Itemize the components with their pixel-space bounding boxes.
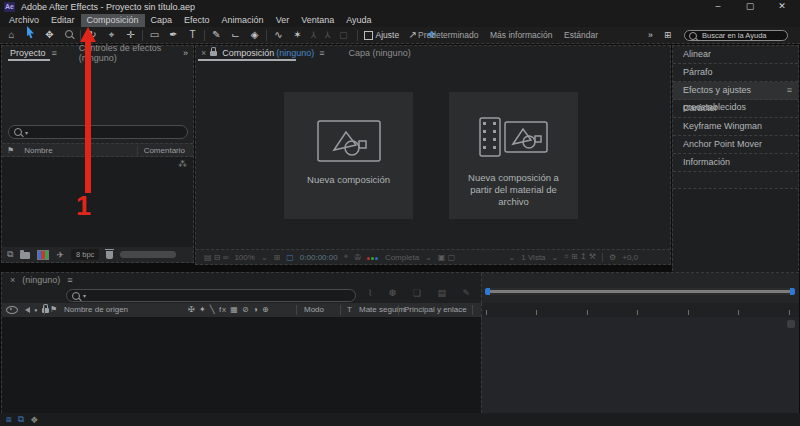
- column-header-comentario[interactable]: Comentario: [137, 146, 185, 155]
- expand-transfer-controls-toggle[interactable]: ⧉: [18, 414, 24, 425]
- snap-control[interactable]: Ajuste: [360, 30, 404, 40]
- snap-checkbox[interactable]: [364, 31, 373, 40]
- new-composition-from-footage-tile[interactable]: Nueva composición a partir del material …: [449, 92, 578, 219]
- view-layout-dropdown[interactable]: 1 Vista: [521, 253, 545, 262]
- tab-composicion-state[interactable]: (ninguno): [276, 48, 314, 58]
- panel-menu-icon[interactable]: ≡: [319, 48, 324, 58]
- puppet-pin-tool-button[interactable]: ✶: [288, 27, 307, 43]
- lock-icon[interactable]: [210, 51, 217, 56]
- pen-tool-button[interactable]: ✒: [164, 27, 183, 43]
- column-mode[interactable]: Modo: [304, 303, 324, 317]
- shape-tool-button[interactable]: ▭: [145, 27, 164, 43]
- brush-tool-button[interactable]: ✎: [207, 27, 226, 43]
- timeline-search-box[interactable]: ▾: [66, 289, 356, 302]
- workspace-tab-estandar[interactable]: Estándar: [564, 27, 598, 44]
- tab-proyecto[interactable]: Proyecto: [10, 48, 46, 58]
- sidebar-panel-parrafo[interactable]: Párrafo: [673, 64, 798, 82]
- interpret-footage-button[interactable]: ⧉: [7, 249, 13, 260]
- target-region-icons[interactable]: ▣ ▢: [438, 253, 455, 262]
- bit-depth-button[interactable]: 8 bpc: [71, 249, 99, 260]
- layer-switches-icons[interactable]: ✠ ✦ ╲ fx ▦ ⊘ ◑ ⊕: [188, 303, 270, 317]
- roto-brush-tool-button[interactable]: ∿: [269, 27, 288, 43]
- help-search-input[interactable]: [700, 30, 783, 41]
- tab-composicion[interactable]: Composición: [222, 48, 274, 58]
- exposure-gear-icon[interactable]: ⚙: [609, 253, 616, 262]
- expand-in-out-toggle[interactable]: ❖: [30, 415, 38, 425]
- sidebar-panel-anchor-point-mover[interactable]: Anchor Point Mover: [673, 136, 798, 154]
- lock-column-icon[interactable]: [42, 308, 49, 313]
- horizontal-scrollbar[interactable]: [120, 251, 176, 258]
- track-area[interactable]: [481, 317, 799, 413]
- workspace-overflow-icon[interactable]: »: [648, 27, 653, 44]
- sidebar-panel-alinear[interactable]: Alinear: [673, 46, 798, 64]
- project-search-input[interactable]: [31, 127, 182, 138]
- close-tab-icon[interactable]: ×: [201, 48, 206, 58]
- exposure-value[interactable]: +0,0: [622, 253, 638, 262]
- roi-icon[interactable]: ▢: [286, 253, 294, 262]
- zoom-tool-button[interactable]: [59, 27, 78, 43]
- menu-item-ver[interactable]: Ver: [270, 14, 296, 27]
- delete-button[interactable]: [106, 251, 113, 259]
- work-area-bar[interactable]: [485, 288, 795, 295]
- tab-capa[interactable]: Capa (ninguno): [349, 48, 411, 58]
- menu-item-animacion[interactable]: Animación: [216, 14, 270, 27]
- magnification-dropdown[interactable]: 100%: [234, 253, 254, 262]
- audio-icon[interactable]: [22, 307, 30, 313]
- column-t[interactable]: T: [347, 303, 352, 317]
- panel-menu-icon[interactable]: ≡: [67, 275, 72, 285]
- menu-item-ventana[interactable]: Ventana: [295, 14, 340, 27]
- menu-item-capa[interactable]: Capa: [145, 14, 179, 27]
- layer-list-area[interactable]: [2, 317, 481, 413]
- project-search-box[interactable]: ▾: [8, 125, 188, 139]
- menu-item-editar[interactable]: Editar: [45, 14, 81, 27]
- eye-icon[interactable]: [6, 306, 18, 314]
- workspace-tab-predeterminado[interactable]: Predeterminado: [418, 27, 478, 44]
- clone-stamp-tool-button[interactable]: ⌙: [226, 27, 245, 43]
- viewer-display-icons[interactable]: ▤ ⊟ ∞: [204, 253, 228, 262]
- work-area-middle[interactable]: [490, 288, 790, 295]
- project-settings-button[interactable]: ✈: [56, 250, 64, 260]
- camera-tool-button[interactable]: ⌖: [102, 27, 121, 43]
- column-parent-link[interactable]: Principal y enlace: [404, 303, 467, 317]
- new-composition-tile[interactable]: Nueva composición: [284, 92, 413, 219]
- timeline-tab-ninguno[interactable]: (ninguno): [22, 275, 60, 285]
- column-track-matte[interactable]: Mate seguim.: [359, 303, 407, 317]
- column-source-name[interactable]: Nombre de origen: [64, 303, 128, 317]
- time-ruler[interactable]: [481, 303, 799, 317]
- timeline-search-input[interactable]: [89, 290, 350, 301]
- close-tab-icon[interactable]: ×: [10, 275, 15, 285]
- sidebar-panel-keyframe-wingman[interactable]: Keyframe Wingman: [673, 118, 798, 136]
- workspace-switcher-icon[interactable]: ⊞: [664, 27, 671, 44]
- sidebar-panel-efectos[interactable]: Efectos y ajustes preestablecidos ≡: [673, 82, 798, 100]
- tab-controles-de-efectos[interactable]: Controles de efectos (ninguno): [79, 43, 177, 63]
- help-search-box[interactable]: [684, 30, 788, 41]
- pan-behind-tool-button[interactable]: ✛: [121, 27, 140, 43]
- snapshot-icon[interactable]: ⌖: [344, 252, 349, 262]
- preview-icons[interactable]: ⌗ ⊞ ↥ ⚒: [564, 252, 596, 262]
- column-header-nombre[interactable]: Nombre: [24, 146, 52, 155]
- grid-guides-icon[interactable]: ⊞: [274, 253, 281, 262]
- expand-layer-switches-toggle[interactable]: ⧈: [6, 414, 12, 425]
- work-area-end-handle[interactable]: [790, 288, 795, 295]
- selection-tool-button[interactable]: [21, 26, 40, 44]
- eraser-tool-button[interactable]: ◈: [245, 27, 264, 43]
- sidebar-panel-informacion[interactable]: Información: [673, 154, 798, 172]
- close-button[interactable]: ✕: [766, 0, 798, 14]
- project-item-list[interactable]: ⁂: [2, 157, 193, 247]
- comp-marker-button[interactable]: [787, 320, 795, 328]
- menu-item-ayuda[interactable]: Ayuda: [340, 14, 377, 27]
- panel-menu-icon[interactable]: ≡: [787, 82, 792, 99]
- panel-overflow-icon[interactable]: »: [183, 48, 188, 58]
- type-tool-button[interactable]: T: [183, 27, 202, 43]
- timecode[interactable]: 0:00:00:00: [300, 253, 338, 262]
- maximize-button[interactable]: ▢: [734, 0, 766, 14]
- panel-menu-icon[interactable]: ≡: [52, 48, 57, 58]
- sidebar-panel-caracter[interactable]: Carácter: [673, 100, 798, 118]
- solo-icon[interactable]: ●: [34, 303, 38, 317]
- home-tool-button[interactable]: ⌂: [2, 27, 21, 43]
- menu-item-composicion[interactable]: Composición: [81, 14, 145, 27]
- workspace-tab-mas-informacion[interactable]: Más información: [490, 27, 552, 44]
- hand-tool-button[interactable]: ✥: [40, 27, 59, 43]
- new-composition-button[interactable]: [37, 250, 49, 260]
- minimize-button[interactable]: –: [702, 0, 734, 14]
